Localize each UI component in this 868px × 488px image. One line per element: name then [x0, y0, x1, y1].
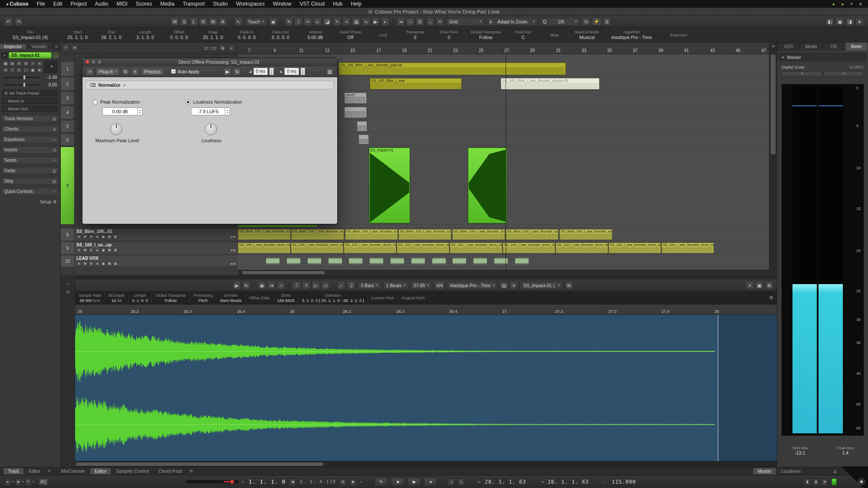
chevron-down-icon[interactable]: ▾: [23, 480, 24, 484]
audio-event[interactable]: SS_100_i_see_thunder_drum_loop-01: [556, 242, 608, 253]
trash-icon[interactable]: ⌫: [89, 82, 96, 88]
zoom-tool-icon[interactable]: ⌖: [333, 17, 341, 26]
nudge-right-button[interactable]: ▷: [458, 478, 465, 486]
plugin-button[interactable]: Plug-in ▾: [95, 68, 120, 75]
audio-event[interactable]: [344, 107, 367, 118]
info-value[interactable]: 0: [448, 35, 450, 40]
loudness-field[interactable]: -7.9 LUFS ▲ ▼: [191, 108, 230, 115]
lock-icon[interactable]: ◘: [339, 478, 346, 486]
monitor-button[interactable]: ◉: [101, 234, 106, 239]
track-preset-row[interactable]: ⊘ No Track Preset: [2, 90, 59, 96]
lanes-button[interactable]: ▤: [107, 234, 112, 239]
add-plugin-icon[interactable]: +: [86, 68, 94, 75]
meter-tab[interactable]: Master: [753, 468, 776, 475]
audio-event[interactable]: SS_Bbm_100_i_see_thunder_sub_loop-01: [238, 229, 291, 240]
editor-info-column[interactable]: Selection 3. 1. 0. 0 [ 25. 1. 1. 0 - 28.…: [298, 293, 368, 303]
read-button[interactable]: R: [16, 61, 22, 66]
cycle-icon[interactable]: ↻: [242, 281, 250, 289]
time-base-button[interactable]: ♩: [23, 67, 29, 73]
next-icon[interactable]: ▶: [234, 249, 236, 252]
zoom-window-icon[interactable]: [98, 60, 102, 64]
zoom-tool-icon[interactable]: ⌖: [302, 281, 310, 289]
menu-item[interactable]: Workspaces: [236, 1, 265, 7]
automation-state-button[interactable]: A: [219, 17, 227, 26]
auto-quantize-mode-button[interactable]: ▸: [4, 478, 11, 486]
track-number-band[interactable]: 8: [61, 229, 74, 241]
workspace-icon[interactable]: ≣: [603, 17, 611, 26]
project-cursor[interactable]: [506, 54, 506, 275]
redo-icon[interactable]: ↷: [15, 17, 23, 26]
info-value[interactable]: 3. 1. 0. 0: [136, 35, 154, 40]
grid-type-dropdown[interactable]: Grid ▾: [446, 17, 484, 26]
steinberg-hub-icon[interactable]: ◉: [858, 478, 865, 485]
audio-event[interactable]: SS_100_i_see_thunder_drum_loop-01: [608, 242, 661, 253]
track-number-band[interactable]: 1: [61, 62, 74, 76]
info-column[interactable]: Algorithm élastique Pro - Time: [606, 28, 658, 42]
midi-activity-icon[interactable]: ▮: [804, 478, 811, 486]
audio-event[interactable]: [266, 256, 280, 266]
audio-event[interactable]: [307, 256, 322, 266]
info-value[interactable]: C: [522, 35, 525, 40]
automation-state-button[interactable]: R: [199, 17, 207, 26]
snap-icon[interactable]: ∩: [406, 17, 414, 26]
audio-event[interactable]: SS_100_i_see_thunder_drum_loop-01: [661, 242, 714, 253]
editor-info-value[interactable]: Follow: [165, 298, 177, 303]
comp-tool-icon[interactable]: ▧: [352, 17, 361, 26]
info-value[interactable]: 28. 2. 1. 0: [101, 35, 122, 40]
status-dot2-icon[interactable]: ●: [841, 2, 844, 7]
meter-hold-button[interactable]: ⇥: [824, 71, 864, 76]
info-value[interactable]: 0. 0. 0. 0: [272, 35, 289, 40]
track-row[interactable]: LEAD VOX eMS●◉▤▥ ◀▶: [75, 255, 238, 267]
prev-icon[interactable]: ◀: [230, 235, 232, 239]
scrollbar-thumb[interactable]: [771, 55, 776, 154]
mute-tool-icon[interactable]: ×: [342, 17, 351, 26]
audio-event[interactable]: [349, 256, 363, 266]
inspector-section[interactable]: Quick Controls ◔: [1, 188, 59, 195]
record-arm-button[interactable]: ●: [95, 234, 100, 239]
track-color-icon[interactable]: ◎: [53, 52, 59, 58]
track-number-band[interactable]: 3: [61, 92, 74, 105]
loudness-spinner[interactable]: ▲ ▼: [225, 108, 230, 115]
track-number-band[interactable]: 6: [61, 134, 74, 146]
info-column[interactable]: Volume 0.00 dB: [298, 28, 333, 42]
snap-icon[interactable]: ∩: [277, 281, 285, 289]
editor-info-column[interactable]: Original Pitch: [398, 295, 429, 301]
track-row[interactable]: SS_Bbm_100...01 eMS●◉▤▥ ◀▶: [75, 229, 238, 241]
add-process-icon[interactable]: +: [131, 68, 139, 75]
apple-logo-icon[interactable]: ●: [6, 2, 9, 7]
lanes-button[interactable]: ▤: [107, 261, 112, 266]
waveform-lane-right[interactable]: [75, 388, 777, 462]
audio-event[interactable]: SS_100_i_see_thunder_drum_loop-01: [344, 242, 396, 253]
slider-thumb[interactable]: [229, 479, 235, 485]
inspector-section[interactable]: Strip ▤: [1, 177, 59, 185]
audio-event[interactable]: [515, 256, 529, 266]
secondary-time-display[interactable]: 3. 1. 4.119: [299, 479, 336, 485]
prev-icon[interactable]: ◀: [230, 262, 232, 265]
next-marker-button[interactable]: ▶: [350, 478, 357, 486]
info-column[interactable]: Extension: [658, 28, 700, 42]
settings-gear-icon[interactable]: ⚙: [765, 281, 773, 289]
inspector-section[interactable]: Sends ↗: [1, 157, 59, 164]
algorithm-dropdown[interactable]: élastique Pro - Time ▾: [447, 281, 497, 289]
audio-event[interactable]: [328, 256, 342, 266]
next-icon[interactable]: ▶: [234, 235, 236, 239]
audio-event[interactable]: A#-07: [344, 92, 367, 104]
collapse-icon[interactable]: ▾: [2, 52, 7, 59]
audio-event[interactable]: SS_Bbm_100_i_see_thunder_sub_loop-01: [398, 229, 451, 240]
musical-mode-icon[interactable]: ♪: [426, 17, 434, 26]
open-in-window-icon[interactable]: ↗: [746, 281, 754, 289]
track-number-band[interactable]: 9: [61, 242, 74, 255]
info-column[interactable]: Fade-Out 0. 0. 0. 0: [264, 28, 298, 42]
editor-info-column[interactable]: Length 3. 1. 0. 0: [128, 293, 152, 303]
volume-fader[interactable]: [3, 77, 40, 78]
draw-tool-icon[interactable]: ✎: [285, 17, 293, 26]
menu-item[interactable]: Project: [70, 1, 86, 7]
quantize-dropdown[interactable]: Q 1/8 ▾: [540, 17, 580, 26]
record-arm-button[interactable]: ●: [95, 261, 100, 266]
info-column[interactable]: Start 25. 1. 1. 0: [61, 28, 95, 42]
peak-level-value[interactable]: 0.00 dB: [103, 109, 137, 114]
audio-event[interactable]: SS_Bbm_100_i_see_thunder_sub_loop-01: [506, 229, 559, 240]
info-value[interactable]: SS_impact-01 (4): [13, 35, 48, 40]
transport-menu-icon[interactable]: ≣: [821, 478, 828, 486]
next-icon[interactable]: ▶: [234, 262, 236, 265]
